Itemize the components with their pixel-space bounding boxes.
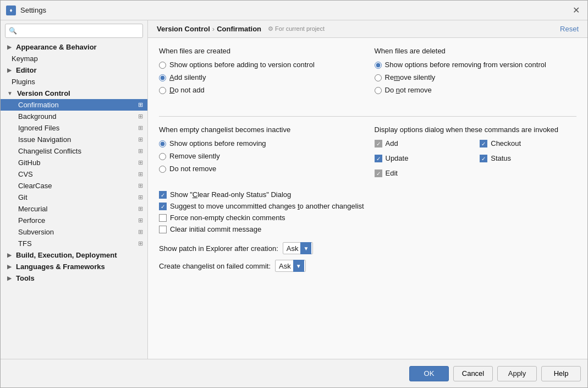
sidebar-item-background[interactable]: Background ⊞ (1, 111, 147, 122)
expand-arrow-languages: ▶ (7, 264, 12, 270)
chk-force-nonempty[interactable]: Force non-empty checkin comments (159, 214, 576, 222)
created-option-1[interactable]: Add silently (159, 73, 361, 81)
sidebar-item-confirmation[interactable]: Confirmation ⊞ (1, 99, 147, 111)
page-icon-clearcase: ⊞ (138, 182, 143, 189)
patch-explorer-value: Ask (287, 244, 299, 253)
sidebar-item-appearance[interactable]: ▶ Appearance & Behavior (1, 41, 147, 53)
breadcrumb-confirmation: Confirmation (217, 25, 261, 33)
files-deleted-section: When files are deleted Show options befo… (375, 47, 577, 103)
sidebar-item-editor[interactable]: ▶ Editor (1, 64, 147, 76)
empty-option-1[interactable]: Remove silently (159, 152, 361, 160)
sidebar-item-subversion[interactable]: Subversion ⊞ (1, 226, 147, 238)
empty-radio-1[interactable] (159, 153, 166, 160)
sidebar-item-tfs[interactable]: TFS ⊞ (1, 238, 147, 249)
deleted-option-0-label: Show options before removing from versio… (385, 61, 546, 69)
reset-link[interactable]: Reset (560, 25, 579, 33)
created-radio-2[interactable] (159, 87, 166, 94)
page-icon-github: ⊞ (138, 159, 143, 166)
sidebar-item-versioncontrol[interactable]: ▼ Version Control (1, 88, 147, 99)
search-box[interactable]: 🔍 (5, 24, 143, 38)
sidebar-item-changelistconflicts[interactable]: Changelist Conflicts ⊞ (1, 145, 147, 157)
sidebar-item-cvs[interactable]: CVS ⊞ (1, 168, 147, 180)
chk-suggest-move-label: Suggest to move uncommitted changes to a… (170, 202, 364, 210)
chk-force-nonempty-display (159, 214, 167, 222)
sidebar-label-changelistconflicts: Changelist Conflicts (18, 147, 81, 155)
display-opt-update[interactable]: ✓ Update (375, 154, 471, 162)
sidebar-item-keymap[interactable]: Keymap (1, 53, 147, 64)
expand-arrow-vc: ▼ (7, 90, 13, 96)
empty-option-2-label: Do not remove (169, 165, 216, 173)
ok-button[interactable]: OK (409, 366, 449, 381)
chk-suggest-move[interactable]: ✓ Suggest to move uncommitted changes to… (159, 202, 576, 210)
sidebar-item-mercurial[interactable]: Mercurial ⊞ (1, 203, 147, 215)
sidebar-item-languages[interactable]: ▶ Languages & Frameworks (1, 261, 147, 272)
sidebar-label-ignoredfiles: Ignored Files (18, 124, 59, 132)
deleted-option-1[interactable]: Remove silently (375, 73, 577, 81)
chk-update-label: Update (386, 154, 409, 162)
sidebar-label-perforce: Perforce (18, 216, 45, 225)
sidebar-item-ignoredfiles[interactable]: Ignored Files ⊞ (1, 122, 147, 134)
page-icon-changelistconflicts: ⊞ (138, 147, 143, 155)
chk-checkout-display: ✓ (480, 140, 487, 147)
sidebar-label-appearance: Appearance & Behavior (16, 43, 97, 51)
chk-clear-commit-msg[interactable]: Clear initial commit message (159, 225, 576, 233)
deleted-radio-2[interactable] (375, 87, 382, 94)
empty-changelist-section: When empty changelist becomes inactive S… (159, 125, 361, 182)
chk-status-label: Status (491, 154, 511, 162)
patch-explorer-arrow: ▼ (300, 242, 311, 254)
search-input[interactable] (19, 27, 139, 35)
chk-add-label: Add (386, 139, 398, 147)
patch-explorer-dropdown[interactable]: Ask ▼ (283, 242, 314, 254)
files-deleted-title: When files are deleted (375, 47, 577, 55)
settings-dialog: ♦ Settings ✕ 🔍 ▶ Appearance & Behavior (0, 0, 588, 388)
page-icon-ignoredfiles: ⊞ (138, 124, 143, 132)
deleted-option-0[interactable]: Show options before removing from versio… (375, 61, 577, 69)
sidebar-item-git[interactable]: Git ⊞ (1, 192, 147, 203)
patch-explorer-row: Show patch in Explorer after creation: A… (159, 242, 576, 254)
sidebar-item-plugins[interactable]: Plugins (1, 76, 147, 88)
display-opt-add[interactable]: ✓ Add (375, 139, 471, 147)
sidebar-label-plugins: Plugins (12, 78, 35, 86)
sidebar-item-tools[interactable]: ▶ Tools (1, 272, 147, 284)
created-option-2[interactable]: Do not add (159, 86, 361, 94)
cancel-button[interactable]: Cancel (453, 366, 493, 381)
breadcrumb: Version Control › Confirmation ⚙ For cur… (157, 25, 325, 33)
empty-option-1-label: Remove silently (169, 152, 220, 160)
sidebar-item-build[interactable]: ▶ Build, Execution, Deployment (1, 249, 147, 261)
empty-option-0-label: Show options before removing (169, 139, 266, 147)
sidebar-item-perforce[interactable]: Perforce ⊞ (1, 215, 147, 226)
page-icon-subversion: ⊞ (138, 228, 143, 236)
apply-button[interactable]: Apply (497, 366, 537, 381)
files-section: When files are created Show options befo… (159, 47, 576, 112)
empty-radio-2[interactable] (159, 166, 166, 173)
empty-option-2[interactable]: Do not remove (159, 165, 361, 173)
sidebar-item-clearcase[interactable]: ClearCase ⊞ (1, 180, 147, 192)
main-content: Version Control › Confirmation ⚙ For cur… (148, 20, 587, 359)
deleted-option-2-label: Do not remove (385, 86, 432, 94)
chk-show-clear-dialog[interactable]: ✓ Show "Clear Read-only Status" Dialog (159, 190, 576, 199)
sidebar-item-issuenavigation[interactable]: Issue Navigation ⊞ (1, 134, 147, 145)
created-radio-1[interactable] (159, 74, 166, 81)
empty-option-0[interactable]: Show options before removing (159, 139, 361, 147)
close-button[interactable]: ✕ (570, 4, 582, 17)
help-button[interactable]: Help (541, 366, 581, 381)
display-opt-status[interactable]: ✓ Status (480, 154, 576, 162)
empty-changelist-title: When empty changelist becomes inactive (159, 125, 361, 134)
changelist-display-section: When empty changelist becomes inactive S… (159, 125, 576, 190)
search-icon: 🔍 (9, 27, 17, 35)
display-options-title: Display options dialog when these comman… (375, 125, 577, 134)
chk-suggest-move-display: ✓ (159, 203, 167, 210)
sidebar-label-build: Build, Execution, Deployment (16, 251, 117, 259)
created-option-0[interactable]: Show options before adding to version co… (159, 61, 361, 69)
breadcrumb-vc: Version Control (157, 25, 210, 33)
display-opt-checkout[interactable]: ✓ Checkout (480, 139, 576, 147)
sidebar-item-github[interactable]: GitHub ⊞ (1, 157, 147, 168)
deleted-option-2[interactable]: Do not remove (375, 86, 577, 94)
empty-radio-0[interactable] (159, 140, 166, 147)
deleted-radio-1[interactable] (375, 74, 382, 81)
display-opt-edit[interactable]: ✓ Edit (375, 169, 471, 177)
changelist-fail-dropdown[interactable]: Ask ▼ (275, 260, 306, 272)
sidebar-label-tfs: TFS (18, 239, 32, 248)
created-radio-0[interactable] (159, 62, 166, 69)
deleted-radio-0[interactable] (375, 62, 382, 69)
